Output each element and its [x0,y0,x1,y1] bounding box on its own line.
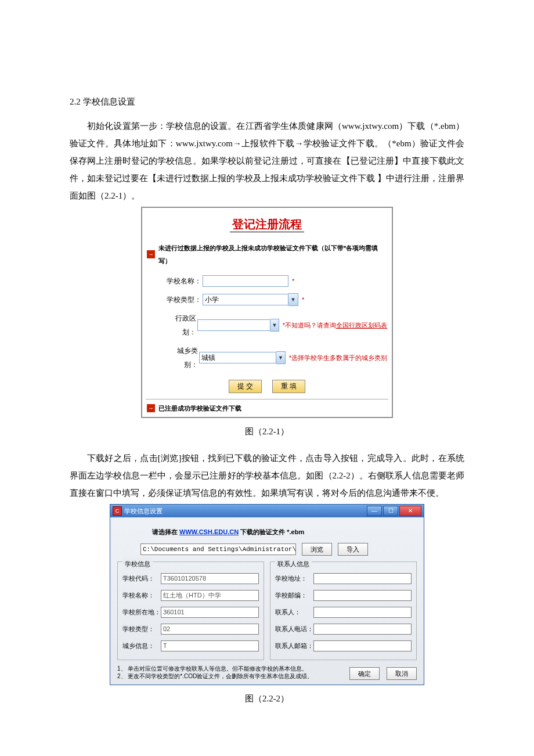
input-school-name[interactable] [203,275,288,287]
group-school-info: 学校信息 学校代码：T36010120578 学校名称：红土地（HTD）中学 学… [117,561,264,660]
label-school-type: 学校类型： [122,622,161,635]
file-path-input[interactable]: C:\Documents and Settings\Administrator\… [140,543,296,555]
label-region: 行政区划： [165,311,196,339]
school-info-dialog: C 学校信息设置 — ☐ ✕ 请选择在 WWW.CSH.EDU.CN 下载的验证… [110,504,424,685]
hint-text: 请选择在 WWW.CSH.EDU.CN 下载的验证文件 *.ebm [117,525,417,543]
reset-button[interactable]: 重 填 [272,380,305,393]
value-school-type: 02 [161,624,259,635]
footer-notes: 1、 单击对应位置可修改学校联系人等信息。但不能修改学校的基本信息。 2、 更改… [117,665,313,680]
minimize-button[interactable]: — [367,506,382,516]
browse-button[interactable]: 浏览 [302,543,332,556]
paragraph-2: 下载好之后，点击[浏览]按钮，找到已下载的验证文件，点击导入按钮，完成导入。此时… [70,449,464,502]
cancel-button[interactable]: 取消 [387,667,417,680]
section-new-school-title: 未进行过数据上报的学校及上报未成功学校验证文件下载（以下带*各项均需填写） [158,242,387,267]
label-school-location: 学校所在地： [122,606,161,618]
group-title-school: 学校信息 [122,557,153,570]
label-phone: 联系人电话： [275,622,313,635]
group-contact-info: 联系人信息 学校地址： 学校邮编： 联系人： 联系人电话： 联系人邮箱： [270,561,417,660]
section-registered-school-title: 已注册成功学校验证文件下载 [158,402,241,415]
input-email[interactable] [313,640,412,651]
label-area-type: 城乡类别： [165,344,198,372]
ok-button[interactable]: 确定 [349,667,380,680]
chevron-down-icon[interactable]: ▼ [276,351,285,364]
region-code-link[interactable]: 全国行政区划码表 [336,322,387,329]
label-school-name: 学校名称： [122,589,161,602]
input-zipcode[interactable] [313,590,412,601]
close-button[interactable]: ✕ [399,506,421,516]
note-region: *不知道吗？请查询全国行政区划码表 [283,319,387,332]
import-button[interactable]: 导入 [338,543,368,556]
label-area-info: 城乡信息： [122,639,161,652]
label-zipcode: 学校邮编： [275,589,313,602]
figure-caption-1: 图（2.2-1） [70,423,464,440]
value-school-code: T36010120578 [161,573,259,584]
required-marker: * [292,275,294,287]
arrow-right-icon: → [147,250,155,258]
label-email: 联系人邮箱： [275,639,313,652]
required-marker: * [302,293,304,306]
select-area-type[interactable]: 城镇 [199,352,277,363]
figure-caption-2: 图（2.2-2） [70,690,464,707]
chevron-down-icon[interactable]: ▼ [270,319,279,332]
value-school-name: 红土地（HTD）中学 [161,590,259,601]
value-area-info: T [161,640,259,651]
app-icon: C [113,506,122,516]
chevron-down-icon[interactable]: ▼ [288,293,298,306]
label-school-code: 学校代码： [122,572,161,585]
label-address: 学校地址： [275,572,313,585]
section-title: 2.2 学校信息设置 [70,93,464,110]
label-school-type: 学校类型： [165,293,201,307]
label-contact: 联系人： [275,606,313,618]
title-bar: C 学校信息设置 — ☐ ✕ [110,505,424,517]
value-school-location: 360101 [161,607,259,618]
maximize-button[interactable]: ☐ [383,506,398,516]
input-region[interactable] [197,319,271,331]
window-title: 学校信息设置 [124,505,163,517]
input-contact[interactable] [313,607,412,618]
submit-button[interactable]: 提 交 [229,380,262,393]
input-phone[interactable] [313,624,412,635]
download-link[interactable]: WWW.CSH.EDU.CN [179,528,239,535]
registration-form: 登记注册流程 → 未进行过数据上报的学校及上报未成功学校验证文件下载（以下带*各… [141,207,393,418]
note-area: *选择学校学生多数属于的城乡类别 [289,351,387,364]
arrow-right-icon: → [147,404,155,412]
select-school-type[interactable]: 小学 [203,294,288,305]
input-address[interactable] [313,573,412,584]
group-title-contact: 联系人信息 [275,557,312,570]
paragraph-1: 初始化设置第一步：学校信息的设置。在江西省学生体质健康网（www.jxtwy.c… [70,117,464,204]
registration-form-title: 登记注册流程 [230,218,304,232]
label-school-name: 学校名称： [165,274,201,288]
